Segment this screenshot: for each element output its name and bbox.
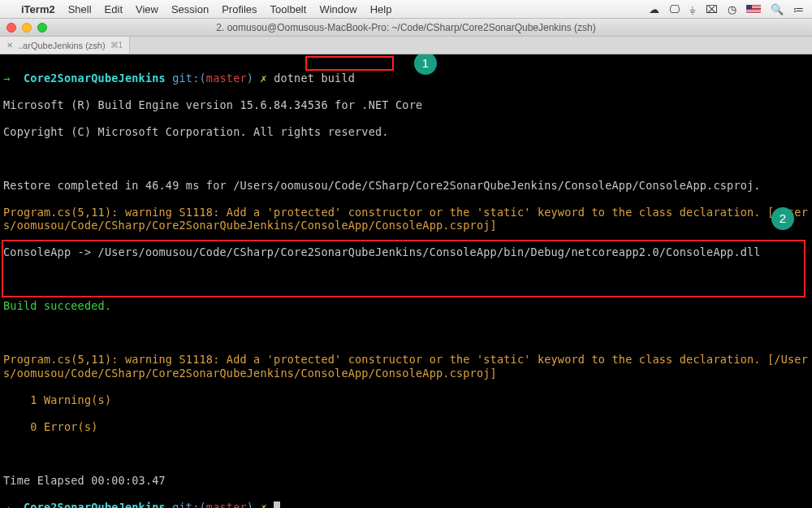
- prompt-git-suffix: ): [247, 72, 253, 85]
- menu-toolbelt[interactable]: Toolbelt: [270, 3, 307, 15]
- terminal-tab[interactable]: ✕ ..arQubeJenkins (zsh) ⌘1: [0, 37, 130, 54]
- wifi-icon[interactable]: ⏚: [689, 3, 696, 15]
- error-count: 0 Error(s): [3, 420, 809, 434]
- prompt-dir: Core2SonarQubeJenkins: [24, 501, 166, 509]
- prompt-arrow: →: [3, 501, 10, 509]
- menubar-left: iTerm2 Shell Edit View Session Profiles …: [8, 3, 391, 15]
- prompt-dir: Core2SonarQubeJenkins: [24, 72, 166, 85]
- app-name[interactable]: iTerm2: [21, 3, 55, 15]
- menu-view[interactable]: View: [136, 3, 158, 15]
- command-text: dotnet build: [274, 72, 355, 85]
- tab-shortcut: ⌘1: [110, 41, 123, 50]
- prompt-git-prefix: git:(: [172, 501, 206, 509]
- menubar-right: ☁ 🖵 ⏚ ⌧ ◷ 🔍 ≔: [649, 3, 804, 15]
- output-build-path: ConsoleApp -> /Users/oomusou/Code/CSharp…: [3, 245, 809, 259]
- output-restore-line: Restore completed in 46.49 ms for /Users…: [3, 179, 809, 193]
- terminal-output[interactable]: → Core2SonarQubeJenkins git:(master) ✗ d…: [0, 54, 812, 508]
- prompt-git-suffix: ): [247, 501, 253, 509]
- build-succeeded: Build succeeded.: [3, 299, 809, 313]
- output-line: Copyright (C) Microsoft Corporation. All…: [3, 125, 809, 139]
- cloud-icon[interactable]: ☁: [649, 3, 659, 15]
- output-line: Microsoft (R) Build Engine version 15.6.…: [3, 98, 809, 112]
- cursor-icon: [274, 501, 280, 509]
- prompt-arrow: →: [3, 72, 10, 85]
- menu-edit[interactable]: Edit: [105, 3, 123, 15]
- warning-count: 1 Warning(s): [3, 393, 809, 407]
- menu-shell[interactable]: Shell: [68, 3, 92, 15]
- zoom-window-button[interactable]: [37, 23, 47, 33]
- battery-icon[interactable]: ⌧: [706, 3, 718, 15]
- traffic-lights: [6, 23, 47, 33]
- output-warning-2: Program.cs(5,11): warning S1118: Add a '…: [3, 353, 809, 380]
- tab-bar: ✕ ..arQubeJenkins (zsh) ⌘1: [0, 37, 812, 54]
- window-title: 2. oomusou@Oomusous-MacBook-Pro: ~/Code/…: [216, 22, 595, 33]
- output-warning: Program.cs(5,11): warning S1118: Add a '…: [3, 206, 809, 232]
- prompt-dirty-icon: ✗: [260, 72, 266, 85]
- menu-session[interactable]: Session: [171, 3, 209, 15]
- menu-help[interactable]: Help: [370, 3, 392, 15]
- prompt-branch: master: [206, 72, 247, 85]
- macos-menubar: iTerm2 Shell Edit View Session Profiles …: [0, 0, 812, 19]
- close-window-button[interactable]: [6, 23, 16, 33]
- menu-profiles[interactable]: Profiles: [222, 3, 257, 15]
- input-source-flag-icon[interactable]: [746, 5, 761, 14]
- close-tab-icon[interactable]: ✕: [6, 41, 13, 50]
- spotlight-icon[interactable]: 🔍: [771, 3, 784, 15]
- time-elapsed: Time Elapsed 00:00:03.47: [3, 474, 809, 488]
- display-icon[interactable]: 🖵: [669, 3, 680, 15]
- annotation-box-1: [305, 56, 394, 71]
- prompt-git-prefix: git:(: [172, 72, 206, 85]
- prompt-branch: master: [206, 501, 247, 509]
- annotation-badge-2: 2: [771, 207, 794, 230]
- prompt-dirty-icon: ✗: [260, 501, 266, 509]
- menu-window[interactable]: Window: [319, 3, 356, 15]
- tab-label: ..arQubeJenkins (zsh): [18, 41, 106, 50]
- minimize-window-button[interactable]: [22, 23, 32, 33]
- window-titlebar: 2. oomusou@Oomusous-MacBook-Pro: ~/Code/…: [0, 19, 812, 37]
- clock-icon[interactable]: ◷: [728, 3, 736, 15]
- menu-extras-icon[interactable]: ≔: [793, 3, 804, 15]
